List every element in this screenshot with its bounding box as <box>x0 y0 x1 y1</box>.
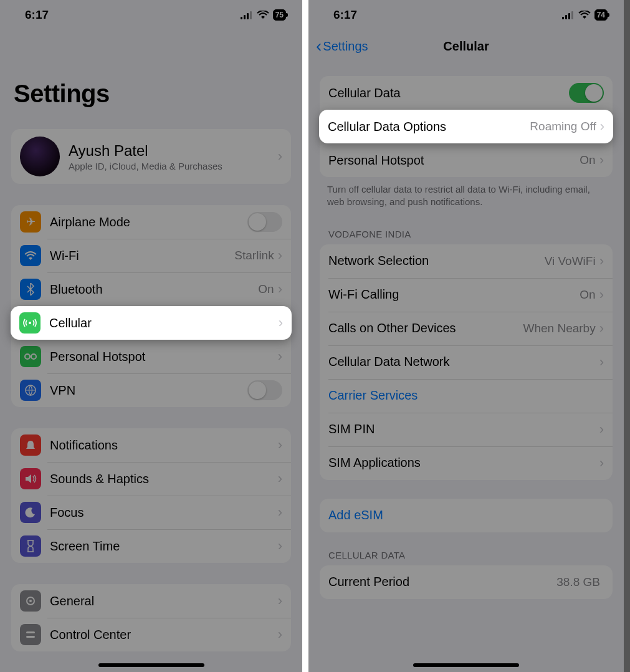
network-selection-label: Network Selection <box>328 254 545 268</box>
data-options-value: Roaming Off <box>530 120 596 133</box>
chevron-right-icon: › <box>278 148 282 165</box>
sim-pin-row[interactable]: SIM PIN › <box>320 413 613 446</box>
chevron-right-icon: › <box>278 504 282 521</box>
calls-other-value: When Nearby <box>523 322 596 335</box>
wifi-settings-icon <box>20 245 41 266</box>
carrier-services-row[interactable]: Carrier Services <box>320 379 613 413</box>
cellular-data-network-row[interactable]: Cellular Data Network › <box>320 345 613 379</box>
cellular-data-options-row[interactable]: Cellular Data Options Roaming Off › <box>319 110 613 143</box>
chevron-right-icon: › <box>599 152 604 168</box>
bluetooth-icon <box>20 279 41 300</box>
control-center-row[interactable]: Control Center › <box>11 618 291 651</box>
general-row[interactable]: General › <box>11 584 291 618</box>
wifi-calling-label: Wi-Fi Calling <box>328 287 580 302</box>
chevron-right-icon: › <box>278 471 282 487</box>
svg-point-5 <box>25 354 30 359</box>
hotspot-label: Personal Hotspot <box>50 350 278 364</box>
chevron-right-icon: › <box>278 626 282 643</box>
sounds-row[interactable]: Sounds & Haptics › <box>11 462 291 496</box>
add-esim-label: Add eSIM <box>328 508 604 522</box>
hotspot-label: Personal Hotspot <box>328 153 580 168</box>
vpn-row[interactable]: VPN <box>11 373 291 407</box>
svg-rect-13 <box>565 15 567 19</box>
svg-rect-15 <box>571 11 573 19</box>
svg-rect-0 <box>241 17 242 19</box>
cellular-icon <box>19 312 41 334</box>
chevron-right-icon: › <box>278 281 282 297</box>
carrier-group: Network Selection Vi VoWiFi › Wi-Fi Call… <box>320 244 613 480</box>
screentime-row[interactable]: Screen Time › <box>11 529 291 563</box>
chevron-right-icon: › <box>278 437 282 453</box>
data-network-label: Cellular Data Network <box>328 355 599 369</box>
hotspot-row[interactable]: Personal Hotspot › <box>11 340 291 373</box>
focus-row[interactable]: Focus › <box>11 496 291 529</box>
wifi-icon <box>578 11 591 19</box>
svg-point-9 <box>29 600 32 602</box>
chevron-right-icon: › <box>599 320 604 337</box>
airplane-mode-row[interactable]: ✈ Airplane Mode <box>11 205 291 239</box>
connectivity-group: ✈ Airplane Mode Wi-Fi Starlink › Bluetoo… <box>11 205 291 407</box>
vpn-label: VPN <box>50 383 247 398</box>
chevron-right-icon: › <box>278 348 282 365</box>
current-period-row[interactable]: Current Period 38.8 GB <box>320 565 613 599</box>
profile-name: Ayush Patel <box>69 142 278 160</box>
bluetooth-row[interactable]: Bluetooth On › <box>11 272 291 306</box>
chevron-right-icon: › <box>279 315 283 331</box>
sounds-label: Sounds & Haptics <box>50 472 278 486</box>
chevron-right-icon: › <box>599 421 604 438</box>
calls-other-label: Calls on Other Devices <box>328 321 523 335</box>
focus-icon <box>20 502 41 523</box>
vpn-toggle[interactable] <box>247 380 282 400</box>
personal-hotspot-row[interactable]: Personal Hotspot On › <box>320 143 613 177</box>
cellular-data-row[interactable]: Cellular Data <box>320 76 613 110</box>
notifications-label: Notifications <box>50 438 278 453</box>
hotspot-value: On <box>580 153 595 167</box>
home-indicator[interactable] <box>413 663 519 667</box>
battery-icon: 75 <box>273 9 286 21</box>
nav-title: Cellular <box>443 39 489 54</box>
airplane-icon: ✈ <box>20 211 41 233</box>
back-button[interactable]: ‹ Settings <box>316 37 368 55</box>
apple-id-row[interactable]: Ayush Patel Apple ID, iCloud, Media & Pu… <box>11 129 291 184</box>
svg-rect-3 <box>250 11 252 19</box>
cellular-label: Cellular <box>49 316 279 330</box>
alerts-group: Notifications › Sounds & Haptics › Focus… <box>11 428 291 563</box>
cellular-data-toggle[interactable] <box>569 83 604 103</box>
wifi-row[interactable]: Wi-Fi Starlink › <box>11 239 291 272</box>
svg-rect-1 <box>244 15 246 19</box>
vpn-icon <box>20 380 41 401</box>
wifi-calling-row[interactable]: Wi-Fi Calling On › <box>320 278 613 312</box>
chevron-right-icon: › <box>599 455 604 471</box>
profile-subtitle: Apple ID, iCloud, Media & Purchases <box>69 161 278 171</box>
chevron-right-icon: › <box>599 253 604 269</box>
cellular-signal-icon <box>241 11 253 19</box>
svg-rect-11 <box>26 636 35 638</box>
status-bar: 6:17 74 <box>308 0 624 30</box>
svg-rect-2 <box>247 13 249 19</box>
svg-rect-12 <box>562 17 564 19</box>
usage-header: CELLULAR DATA <box>308 532 624 564</box>
calls-other-devices-row[interactable]: Calls on Other Devices When Nearby › <box>320 312 613 345</box>
home-indicator[interactable] <box>98 663 204 667</box>
hotspot-icon <box>20 346 41 367</box>
network-selection-row[interactable]: Network Selection Vi VoWiFi › <box>320 244 613 278</box>
status-time: 6:17 <box>333 8 357 22</box>
screentime-icon <box>20 535 41 557</box>
current-period-label: Current Period <box>328 575 556 589</box>
chevron-left-icon: ‹ <box>316 37 322 55</box>
wifi-value: Starlink <box>234 249 274 262</box>
cellular-main-group: Cellular Data Cellular Data Options Roam… <box>320 76 613 177</box>
bluetooth-label: Bluetooth <box>50 282 258 297</box>
airplane-label: Airplane Mode <box>50 215 247 229</box>
usage-group: Current Period 38.8 GB <box>320 565 613 599</box>
notifications-icon <box>20 434 41 456</box>
wifi-calling-value: On <box>580 288 595 302</box>
cellular-row[interactable]: Cellular › <box>11 306 292 340</box>
wifi-icon <box>257 11 269 19</box>
sim-applications-row[interactable]: SIM Applications › <box>320 446 613 480</box>
focus-label: Focus <box>50 506 278 520</box>
notifications-row[interactable]: Notifications › <box>11 428 291 462</box>
add-esim-row[interactable]: Add eSIM <box>320 499 613 532</box>
airplane-toggle[interactable] <box>247 212 282 232</box>
esim-group: Add eSIM <box>320 499 613 532</box>
